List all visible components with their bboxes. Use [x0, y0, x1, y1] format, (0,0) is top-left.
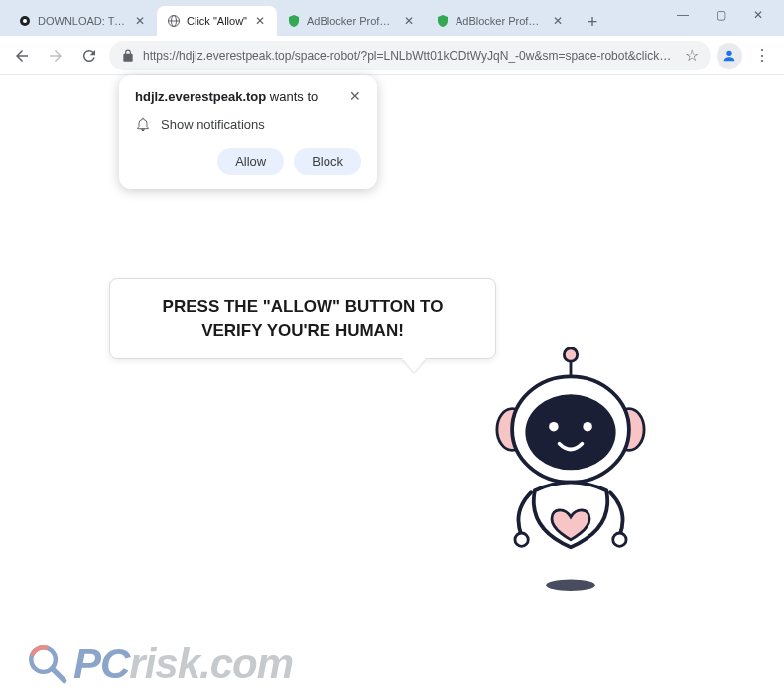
close-icon[interactable]: ✕ — [551, 14, 565, 28]
permission-row-notifications: Show notifications — [135, 116, 361, 132]
titlebar: DOWNLOAD: Transfo ✕ Click "Allow" ✕ AdBl… — [0, 0, 784, 36]
watermark: PCrisk.com — [26, 640, 293, 688]
tab-title: Click "Allow" — [187, 15, 247, 27]
profile-button[interactable] — [717, 43, 742, 69]
speech-bubble-wrap: PRESS THE "ALLOW" BUTTON TO VERIFY YOU'R… — [109, 278, 496, 359]
shield-icon — [287, 14, 301, 28]
tab-download[interactable]: DOWNLOAD: Transfo ✕ — [8, 6, 157, 36]
lock-icon — [121, 49, 135, 63]
svg-point-13 — [583, 422, 592, 432]
shield-icon — [436, 14, 450, 28]
window-close-button[interactable]: ✕ — [740, 2, 776, 28]
kebab-menu-icon[interactable]: ⋮ — [748, 42, 776, 69]
svg-point-16 — [546, 580, 594, 591]
allow-button[interactable]: Allow — [217, 148, 284, 175]
svg-point-1 — [23, 19, 27, 23]
watermark-text: PCrisk.com — [73, 640, 293, 688]
close-icon[interactable]: ✕ — [253, 14, 267, 28]
globe-icon — [167, 14, 181, 28]
bell-icon — [135, 116, 151, 132]
svg-point-15 — [613, 533, 626, 546]
svg-point-14 — [515, 533, 528, 546]
window-controls: — ▢ ✕ — [665, 0, 776, 36]
reload-button[interactable] — [75, 42, 103, 69]
svg-line-19 — [52, 668, 64, 680]
record-icon — [18, 14, 32, 28]
url-text: https://hdjlz.everestpeak.top/space-robo… — [143, 49, 677, 63]
tab-click-allow[interactable]: Click "Allow" ✕ — [157, 6, 277, 36]
close-icon[interactable]: ✕ — [402, 14, 416, 28]
tab-adblocker-1[interactable]: AdBlocker Professio ✕ — [277, 6, 426, 36]
robot-illustration — [476, 347, 665, 606]
close-icon[interactable]: ✕ — [349, 89, 361, 103]
block-button[interactable]: Block — [294, 148, 361, 175]
permission-wants-to: wants to — [270, 89, 318, 104]
new-tab-button[interactable]: + — [579, 8, 606, 36]
close-icon[interactable]: ✕ — [133, 14, 147, 28]
svg-point-5 — [726, 50, 731, 55]
tab-title: DOWNLOAD: Transfo — [38, 15, 127, 27]
tab-title: AdBlocker Professio — [307, 15, 396, 27]
maximize-button[interactable]: ▢ — [703, 2, 738, 28]
page-content — [0, 75, 784, 694]
watermark-rest: risk.com — [129, 640, 293, 687]
minimize-button[interactable]: — — [665, 2, 701, 28]
forward-button[interactable] — [42, 42, 69, 69]
tab-title: AdBlocker Professio — [456, 15, 545, 27]
permission-title: hdjlz.everestpeak.top wants to — [135, 89, 318, 104]
bookmark-star-icon[interactable]: ☆ — [685, 46, 699, 65]
tab-adblocker-2[interactable]: AdBlocker Professio ✕ — [426, 6, 575, 36]
magnifier-icon — [26, 642, 69, 686]
back-button[interactable] — [8, 42, 36, 69]
svg-point-12 — [549, 422, 559, 432]
address-bar[interactable]: https://hdjlz.everestpeak.top/space-robo… — [109, 41, 711, 70]
speech-bubble: PRESS THE "ALLOW" BUTTON TO VERIFY YOU'R… — [109, 278, 496, 359]
svg-point-7 — [564, 348, 577, 361]
notification-permission-popup: hdjlz.everestpeak.top wants to ✕ Show no… — [119, 75, 377, 189]
svg-point-11 — [525, 394, 615, 470]
toolbar: https://hdjlz.everestpeak.top/space-robo… — [0, 36, 784, 75]
watermark-pc: PC — [73, 640, 129, 687]
permission-label: Show notifications — [161, 117, 265, 132]
permission-domain: hdjlz.everestpeak.top — [135, 89, 266, 104]
